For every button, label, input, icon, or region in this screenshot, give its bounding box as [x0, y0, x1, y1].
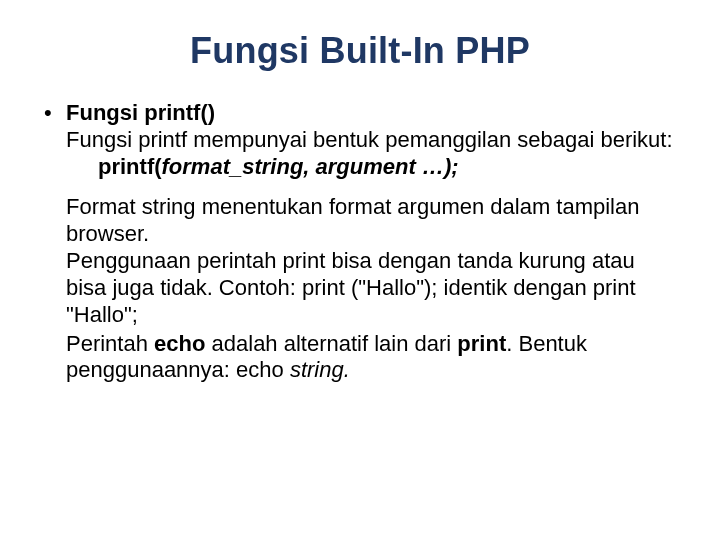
p3-d: print	[457, 331, 506, 356]
p3-f: string	[290, 357, 344, 382]
sig-args: format_string, argument …);	[162, 154, 459, 179]
bullet-item: • Fungsi printf() Fungsi printf mempunya…	[44, 100, 676, 384]
item-para-2b: Penggunaan perintah print bisa dengan ta…	[66, 248, 676, 328]
bullet-content: Fungsi printf() Fungsi printf mempunyai …	[66, 100, 676, 384]
slide-title: Fungsi Built-In PHP	[44, 30, 676, 72]
item-heading: Fungsi printf()	[66, 100, 676, 127]
p3-g: .	[344, 357, 350, 382]
p3-b: echo	[154, 331, 205, 356]
slide-body: • Fungsi printf() Fungsi printf mempunya…	[44, 100, 676, 384]
p3-c: adalah alternatif lain dari	[205, 331, 457, 356]
slide: Fungsi Built-In PHP • Fungsi printf() Fu…	[0, 0, 720, 540]
p3-a: Perintah	[66, 331, 154, 356]
item-para-2a: Format string menentukan format argumen …	[66, 194, 676, 248]
sig-prefix: printf(	[98, 154, 162, 179]
bullet-glyph: •	[44, 100, 66, 127]
item-signature: printf(format_string, argument …);	[66, 154, 676, 181]
spacer	[66, 180, 676, 194]
item-line-1: Fungsi printf mempunyai bentuk pemanggil…	[66, 127, 676, 154]
item-para-3: Perintah echo adalah alternatif lain dar…	[66, 331, 676, 385]
